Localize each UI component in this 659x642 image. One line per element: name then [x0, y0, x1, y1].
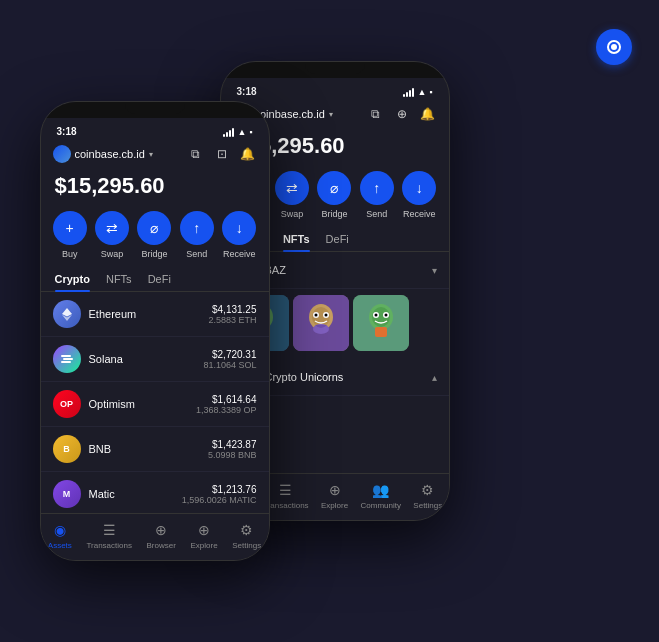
send-btn-back[interactable]: ↑ Send — [360, 171, 394, 219]
bnb-icon: B — [53, 435, 81, 463]
battery-icon-back: ▪ — [429, 87, 432, 97]
receive-btn-back[interactable]: ↓ Receive — [402, 171, 436, 219]
phone-front: 3:18 ▲ ▪ coinbase.cb.id ▾ ⧉ ⊡ 🔔 — [40, 101, 270, 561]
tab-defi-front[interactable]: DeFi — [148, 267, 171, 291]
receive-label-front: Receive — [223, 249, 256, 259]
svg-rect-24 — [375, 327, 387, 337]
bnb-crypto: 5.0998 BNB — [208, 450, 257, 460]
swap-circle-back: ⇄ — [275, 171, 309, 205]
buy-circle-front: + — [53, 211, 87, 245]
asset-ethereum[interactable]: Ethereum $4,131.25 2.5883 ETH — [41, 292, 269, 337]
copy-icon-front[interactable]: ⧉ — [187, 145, 205, 163]
buy-label-front: Buy — [62, 249, 78, 259]
nft-thumb-2[interactable] — [293, 295, 349, 351]
record-button[interactable] — [596, 29, 632, 65]
nav-settings-back[interactable]: ⚙ Settings — [413, 482, 442, 510]
asset-optimism[interactable]: OP Optimism $1,614.64 1,368.3389 OP — [41, 382, 269, 427]
settings-icon-back: ⚙ — [421, 482, 434, 498]
app-scene: 3:18 ▲ ▪ coinbase.cb.id ▾ ⧉ ⊕ 🔔 — [20, 21, 640, 621]
swap-btn-front[interactable]: ⇄ Swap — [95, 211, 129, 259]
copy-icon-back[interactable]: ⧉ — [367, 105, 385, 123]
nav-browser-front[interactable]: ⊕ Browser — [147, 522, 176, 550]
matic-name: Matic — [89, 488, 115, 500]
status-icons-front: ▲ ▪ — [223, 127, 252, 137]
bridge-btn-back[interactable]: ⌀ Bridge — [317, 171, 351, 219]
nav-transactions-back[interactable]: ☰ Transactions — [263, 482, 309, 510]
solana-usd: $2,720.31 — [203, 349, 256, 360]
baz-chevron-icon: ▾ — [432, 265, 437, 276]
tabs-front: Crypto NFTs DeFi — [41, 267, 269, 292]
wifi-icon-back: ▲ — [417, 87, 426, 97]
swap-btn-back[interactable]: ⇄ Swap — [275, 171, 309, 219]
buy-btn-front[interactable]: + Buy — [53, 211, 87, 259]
nav-transactions-front[interactable]: ☰ Transactions — [86, 522, 132, 550]
nav-icons-front: ⧉ ⊡ 🔔 — [187, 145, 257, 163]
wifi-icon-front: ▲ — [237, 127, 246, 137]
account-dot-front — [53, 145, 71, 163]
nav-community-back[interactable]: 👥 Community — [361, 482, 401, 510]
nft-art-2 — [293, 295, 349, 351]
receive-label-back: Receive — [403, 209, 436, 219]
account-label-front[interactable]: coinbase.cb.id ▾ — [53, 145, 153, 163]
action-row-front: + Buy ⇄ Swap ⌀ Bridge ↑ Send ↓ Receive — [41, 207, 269, 267]
status-bar-front: 3:18 ▲ ▪ — [41, 118, 269, 141]
bridge-btn-front[interactable]: ⌀ Bridge — [137, 211, 171, 259]
battery-icon-front: ▪ — [249, 127, 252, 137]
nav-explore-back[interactable]: ⊕ Explore — [321, 482, 348, 510]
tab-nfts-front[interactable]: NFTs — [106, 267, 132, 291]
bridge-label-back: Bridge — [321, 209, 347, 219]
svg-rect-28 — [63, 358, 73, 360]
asset-matic[interactable]: M Matic $1,213.76 1,596.0026 MATIC — [41, 472, 269, 517]
swap-circle-front: ⇄ — [95, 211, 129, 245]
nav-icons-back: ⧉ ⊕ 🔔 — [367, 105, 437, 123]
time-back: 3:18 — [237, 86, 257, 97]
nav-assets-front[interactable]: ◉ Assets — [48, 522, 72, 550]
send-label-front: Send — [186, 249, 207, 259]
solana-values: $2,720.31 81.1064 SOL — [203, 349, 256, 370]
expand-icon-front[interactable]: ⊡ — [213, 145, 231, 163]
signal-front — [223, 127, 234, 137]
asset-solana[interactable]: Solana $2,720.31 81.1064 SOL — [41, 337, 269, 382]
solana-crypto: 81.1064 SOL — [203, 360, 256, 370]
swap-label-front: Swap — [101, 249, 124, 259]
nav-explore-front[interactable]: ⊕ Explore — [190, 522, 217, 550]
matic-usd: $1,213.76 — [182, 484, 257, 495]
browser-label-front: Browser — [147, 541, 176, 550]
unicorns-chevron-icon: ▴ — [432, 372, 437, 383]
bell-icon-back[interactable]: 🔔 — [419, 105, 437, 123]
time-front: 3:18 — [57, 126, 77, 137]
nav-settings-front[interactable]: ⚙ Settings — [232, 522, 261, 550]
balance-front: $15,295.60 — [41, 167, 269, 207]
bell-icon-front[interactable]: 🔔 — [239, 145, 257, 163]
chevron-down-icon-back: ▾ — [329, 110, 333, 119]
globe-icon-back[interactable]: ⊕ — [393, 105, 411, 123]
signal-back — [403, 87, 414, 97]
asset-bnb[interactable]: B BNB $1,423.87 5.0998 BNB — [41, 427, 269, 472]
svg-point-14 — [314, 314, 317, 317]
receive-btn-front[interactable]: ↓ Receive — [222, 211, 256, 259]
top-nav-front: coinbase.cb.id ▾ ⧉ ⊡ 🔔 — [41, 141, 269, 167]
ethereum-crypto: 2.5883 ETH — [208, 315, 256, 325]
tab-nfts-back[interactable]: NFTs — [283, 227, 310, 251]
bnb-usd: $1,423.87 — [208, 439, 257, 450]
explore-label-front: Explore — [190, 541, 217, 550]
matic-values: $1,213.76 1,596.0026 MATIC — [182, 484, 257, 505]
assets-label-front: Assets — [48, 541, 72, 550]
nft-thumb-3[interactable] — [353, 295, 409, 351]
assets-icon-front: ◉ — [54, 522, 66, 538]
optimism-usd: $1,614.64 — [196, 394, 257, 405]
tab-crypto-front[interactable]: Crypto — [55, 267, 90, 291]
notch-back — [305, 62, 365, 74]
send-btn-front[interactable]: ↑ Send — [180, 211, 214, 259]
optimism-name: Optimism — [89, 398, 135, 410]
svg-rect-29 — [61, 361, 71, 363]
record-inner — [607, 40, 621, 54]
receive-circle-front: ↓ — [222, 211, 256, 245]
bottom-nav-front: ◉ Assets ☰ Transactions ⊕ Browser ⊕ Expl… — [41, 513, 269, 560]
ethereum-name: Ethereum — [89, 308, 137, 320]
nft-art-3 — [353, 295, 409, 351]
svg-rect-27 — [61, 355, 71, 357]
account-name-front: coinbase.cb.id — [75, 148, 145, 160]
explore-icon-front: ⊕ — [198, 522, 210, 538]
tab-defi-back[interactable]: DeFi — [326, 227, 349, 251]
